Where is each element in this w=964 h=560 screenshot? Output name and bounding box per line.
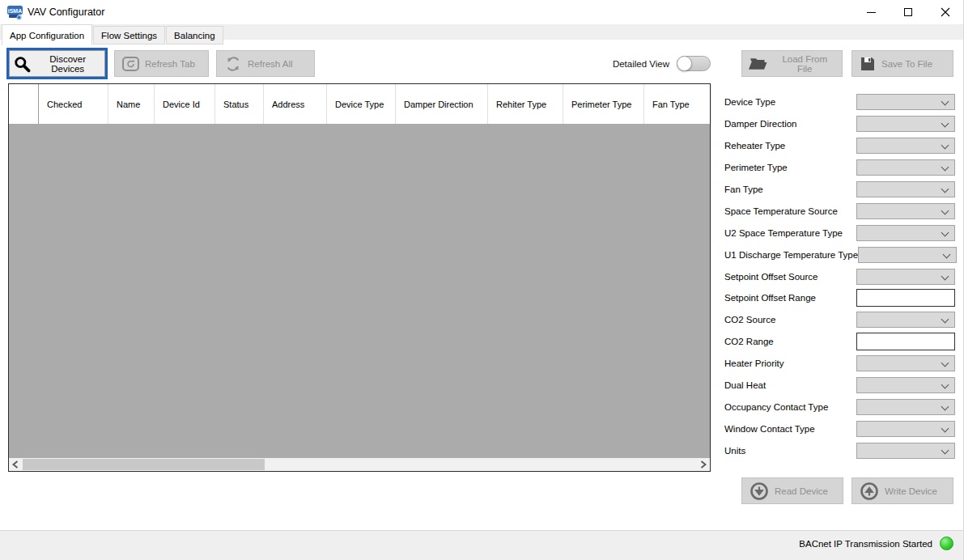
tab-label: Flow Settings <box>101 31 157 40</box>
status-indicator-group: BACnet IP Transmission Started <box>799 537 953 550</box>
dropdown-setpoint-offset-source[interactable] <box>856 269 955 285</box>
detailed-view-toggle[interactable] <box>677 56 711 71</box>
dropdown-heater-priority[interactable] <box>856 355 955 371</box>
field-label-units: Units <box>724 446 745 456</box>
field-label-damper-direction: Damper Direction <box>724 119 796 129</box>
field-label-co2-source: CO2 Source <box>724 315 775 325</box>
window-controls <box>852 0 964 24</box>
field-label-co2-range: CO2 Range <box>724 337 774 346</box>
minimize-icon <box>867 12 876 13</box>
detailed-view-control: Detailed View <box>602 50 711 77</box>
input-co2-range[interactable] <box>856 333 955 350</box>
dropdown-space-temperature-source[interactable] <box>856 203 955 219</box>
input-setpoint-offset-range[interactable] <box>856 289 955 307</box>
column-header-address[interactable]: Address <box>264 84 327 124</box>
toggle-knob <box>677 56 692 71</box>
minimize-button[interactable] <box>852 0 890 24</box>
detailed-view-label: Detailed View <box>613 59 669 69</box>
scroll-right-button[interactable] <box>697 458 710 471</box>
field-row-dual-heat: Dual Heat <box>724 375 955 397</box>
chevron-down-icon <box>941 185 949 193</box>
save-icon <box>859 55 877 73</box>
refresh-tab-label: Refresh Tab <box>145 59 195 69</box>
tab-flow-settings[interactable]: Flow Settings <box>93 26 165 45</box>
download-circle-icon <box>750 482 769 501</box>
column-header-perimeter-type[interactable]: Perimeter Type <box>563 84 644 124</box>
close-icon <box>941 7 950 17</box>
maximize-icon <box>904 8 912 16</box>
tab-strip: App Configuration Flow Settings Balancin… <box>0 24 964 45</box>
dropdown-device-type[interactable] <box>856 94 955 110</box>
field-row-u2-space-temperature-type: U2 Space Temperature Type <box>724 222 955 244</box>
chevron-down-icon <box>941 163 949 172</box>
column-header-name[interactable]: Name <box>108 84 155 124</box>
chevron-right-icon <box>700 460 707 469</box>
window-title: VAV Configurator <box>28 0 104 24</box>
chevron-down-icon <box>943 250 951 258</box>
chevron-down-icon <box>941 316 949 324</box>
field-row-device-type: Device Type <box>724 91 955 113</box>
field-label-fan-type: Fan Type <box>724 185 763 194</box>
tab-balancing[interactable]: Balancing <box>166 26 223 45</box>
open-folder-icon <box>749 55 769 73</box>
dropdown-fan-type[interactable] <box>856 181 955 197</box>
dropdown-reheater-type[interactable] <box>856 138 955 154</box>
config-panel: Device TypeDamper DirectionReheater Type… <box>724 91 955 461</box>
field-row-window-contact-type: Window Contact Type <box>724 418 955 439</box>
save-to-file-label: Save To File <box>881 59 932 69</box>
scroll-left-button[interactable] <box>9 458 22 471</box>
field-row-fan-type: Fan Type <box>724 179 955 201</box>
read-device-button[interactable]: Read Device <box>741 477 843 504</box>
column-header-row-selector[interactable] <box>9 84 39 124</box>
save-to-file-button[interactable]: Save To File <box>851 50 953 77</box>
title-bar: iSMA VAV Configurator <box>0 0 964 24</box>
close-button[interactable] <box>927 0 964 24</box>
chevron-down-icon <box>941 424 949 432</box>
scrollbar-thumb[interactable] <box>23 459 265 470</box>
chevron-down-icon <box>941 206 949 214</box>
dropdown-units[interactable] <box>856 443 955 459</box>
column-header-rehiter-type[interactable]: Rehiter Type <box>488 84 563 124</box>
chevron-down-icon <box>941 272 949 280</box>
config-panel-fields: Device TypeDamper DirectionReheater Type… <box>724 91 955 461</box>
field-label-dual-heat: Dual Heat <box>724 380 766 390</box>
tab-label: Balancing <box>174 31 215 40</box>
refresh-tab-button[interactable]: Refresh Tab <box>114 50 209 77</box>
dropdown-dual-heat[interactable] <box>856 377 955 393</box>
column-header-status[interactable]: Status <box>215 84 264 124</box>
tab-app-configuration[interactable]: App Configuration <box>2 24 92 45</box>
dropdown-damper-direction[interactable] <box>856 116 955 132</box>
field-row-setpoint-offset-source: Setpoint Offset Source <box>724 265 955 287</box>
column-header-device-id[interactable]: Device Id <box>155 84 215 124</box>
dropdown-occupancy-contact-type[interactable] <box>856 399 955 415</box>
horizontal-scrollbar[interactable] <box>9 458 710 471</box>
column-header-fan-type[interactable]: Fan Type <box>644 84 711 124</box>
field-row-heater-priority: Heater Priority <box>724 353 955 375</box>
vav-configurator-window: { "window": { "title": "VAV Configurator… <box>0 0 964 560</box>
dropdown-perimeter-type[interactable] <box>856 159 955 176</box>
column-header-checked[interactable]: Checked <box>39 84 108 124</box>
field-row-setpoint-offset-range: Setpoint Offset Range <box>724 287 955 309</box>
field-row-space-temperature-source: Space Temperature Source <box>724 200 955 222</box>
dropdown-u1-discharge-temperature-type[interactable] <box>858 247 957 263</box>
app-logo-icon: iSMA <box>6 4 23 21</box>
load-from-file-button[interactable]: Load From File <box>741 50 843 77</box>
svg-text:iSMA: iSMA <box>8 8 23 14</box>
field-label-perimeter-type: Perimeter Type <box>724 163 788 172</box>
status-text: BACnet IP Transmission Started <box>799 539 932 549</box>
refresh-all-icon <box>223 54 243 74</box>
dropdown-u2-space-temperature-type[interactable] <box>856 225 955 241</box>
dropdown-window-contact-type[interactable] <box>856 421 955 437</box>
field-row-occupancy-contact-type: Occupancy Contact Type <box>724 396 955 418</box>
refresh-tab-icon <box>121 55 140 72</box>
refresh-all-button[interactable]: Refresh All <box>216 50 315 77</box>
status-green-indicator-icon <box>940 537 953 550</box>
write-device-button[interactable]: Write Device <box>851 477 953 504</box>
column-header-device-type[interactable]: Device Type <box>327 84 396 124</box>
column-header-damper-direction[interactable]: Damper Direction <box>396 84 488 124</box>
discover-devices-button[interactable]: Discover Devices <box>9 50 105 77</box>
maximize-button[interactable] <box>890 0 927 24</box>
chevron-down-icon <box>941 120 949 128</box>
dropdown-co2-source[interactable] <box>856 312 955 328</box>
chevron-left-icon <box>12 460 19 469</box>
